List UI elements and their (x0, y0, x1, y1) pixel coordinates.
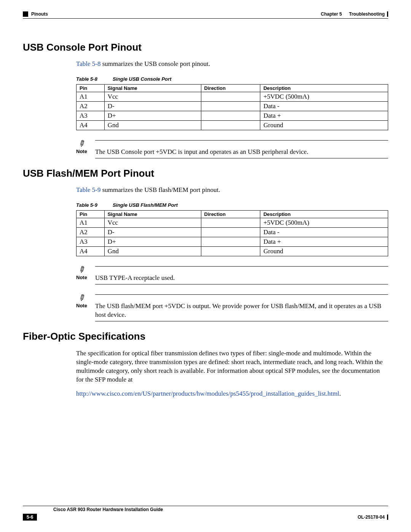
page-header: Pinouts Chapter 5 Troubleshooting (23, 11, 388, 17)
cell-direction (201, 237, 260, 246)
footer-rule (23, 506, 388, 506)
cell-signal: D- (104, 102, 201, 111)
table-row: A3D+Data + (76, 111, 388, 121)
caption-prefix-5-9: Table 5-9 (76, 202, 97, 208)
cell-description: +5VDC (500mA) (260, 218, 388, 227)
table-row: A1Vcc+5VDC (500mA) (76, 92, 388, 102)
cell-direction (201, 227, 260, 237)
cell-pin: A3 (76, 237, 105, 246)
cell-description: Data + (260, 237, 388, 246)
table-usb-flash: Pin Signal Name Direction Description A1… (76, 210, 388, 256)
table-usb-console: Pin Signal Name Direction Description A1… (76, 84, 388, 130)
col-direction: Direction (201, 85, 260, 92)
col-signal: Signal Name (104, 210, 201, 218)
table-ref-5-9[interactable]: Table 5-9 (76, 186, 100, 193)
note-usb-flash-2: ✎ Note The USB flash/MEM port +5VDC is o… (76, 294, 388, 321)
cell-direction (201, 111, 260, 121)
col-pin: Pin (76, 210, 105, 218)
footer-bar-icon (387, 514, 388, 520)
note-usb-console: ✎ Note The USB Console port +5VDC is inp… (76, 139, 388, 158)
table-row: A1Vcc+5VDC (500mA) (76, 218, 388, 227)
note-text: The USB flash/MEM port +5VDC is output. … (95, 302, 388, 320)
cell-pin: A3 (76, 111, 105, 121)
note-rule-bottom (95, 284, 388, 284)
cell-description: Ground (260, 121, 388, 130)
cell-signal: Vcc (104, 218, 201, 227)
note-rule-top (95, 294, 388, 295)
table-ref-5-8[interactable]: Table 5-8 (76, 60, 100, 67)
fiber-paragraph: The specification for optical fiber tran… (76, 349, 388, 384)
col-direction: Direction (201, 210, 260, 218)
heading-usb-flash: USB Flash/MEM Port Pinout (23, 168, 388, 179)
cell-pin: A2 (76, 227, 105, 237)
note-usb-flash-1: ✎ Note USB TYPE-A receptacle used. (76, 265, 388, 284)
cell-signal: D- (104, 227, 201, 237)
table-header-row: Pin Signal Name Direction Description (76, 85, 388, 92)
cell-description: +5VDC (500mA) (260, 92, 388, 102)
note-text: The USB Console port +5VDC is input and … (95, 148, 388, 157)
col-description: Description (260, 85, 388, 92)
cell-signal: D+ (104, 111, 201, 121)
fiber-url-link[interactable]: http://www.cisco.com/en/US/partner/produ… (76, 390, 339, 397)
header-rule (23, 18, 388, 19)
cell-description: Data - (260, 227, 388, 237)
cell-pin: A4 (76, 121, 105, 130)
cell-description: Data - (260, 102, 388, 111)
header-chapter-label: Chapter 5 (321, 11, 342, 17)
cell-pin: A1 (76, 218, 105, 227)
heading-fiber-optic: Fiber-Optic Specifications (23, 331, 388, 342)
note-rule-bottom (95, 321, 388, 321)
footer-guide-title: Cisco ASR 903 Router Hardware Installati… (53, 507, 388, 512)
table-row: A2D-Data - (76, 102, 388, 111)
cell-signal: Gnd (104, 246, 201, 256)
pencil-icon: ✎ (78, 264, 88, 275)
cell-signal: Gnd (104, 121, 201, 130)
intro-usb-console: Table 5-8 summarizes the USB console por… (76, 60, 388, 68)
caption-table-5-8: Table 5-8Single USB Console Port (76, 76, 388, 82)
header-square-icon (23, 11, 28, 17)
cell-direction (201, 102, 260, 111)
col-description: Description (260, 210, 388, 218)
heading-usb-console: USB Console Port Pinout (23, 42, 388, 53)
cell-direction (201, 246, 260, 256)
cell-direction (201, 92, 260, 102)
table-row: A3D+Data + (76, 237, 388, 246)
intro-usb-flash: Table 5-9 summarizes the USB flash/MEM p… (76, 186, 388, 194)
intro-usb-flash-rest: summarizes the USB flash/MEM port pinout… (100, 186, 220, 193)
col-signal: Signal Name (104, 85, 201, 92)
footer-doc-id: OL-25178-04 (358, 514, 385, 520)
table-row: A4GndGround (76, 121, 388, 130)
caption-prefix-5-8: Table 5-8 (76, 76, 97, 82)
caption-table-5-9: Table 5-9Single USB Flash/MEM Port (76, 202, 388, 208)
header-section-label: Pinouts (31, 11, 48, 17)
table-row: A4GndGround (76, 246, 388, 256)
cell-signal: Vcc (104, 92, 201, 102)
fiber-url-period: . (339, 390, 341, 397)
page-number-badge: 5-6 (23, 514, 37, 521)
cell-direction (201, 121, 260, 130)
caption-title-5-9: Single USB Flash/MEM Port (113, 202, 178, 208)
note-rule-bottom (95, 158, 388, 158)
header-bar-icon (387, 11, 388, 17)
table-row: A2D-Data - (76, 227, 388, 237)
col-pin: Pin (76, 85, 105, 92)
intro-usb-console-rest: summarizes the USB console port pinout. (100, 60, 210, 67)
cell-description: Ground (260, 246, 388, 256)
caption-title-5-8: Single USB Console Port (113, 76, 172, 82)
pencil-icon: ✎ (78, 292, 88, 303)
page-footer: Cisco ASR 903 Router Hardware Installati… (23, 506, 388, 521)
cell-pin: A4 (76, 246, 105, 256)
pencil-icon: ✎ (78, 138, 88, 149)
cell-direction (201, 218, 260, 227)
header-chapter-title: Troubleshooting (349, 11, 385, 17)
cell-pin: A2 (76, 102, 105, 111)
note-text: USB TYPE-A receptacle used. (95, 274, 388, 283)
note-rule-top (95, 140, 388, 141)
table-header-row: Pin Signal Name Direction Description (76, 210, 388, 218)
cell-description: Data + (260, 111, 388, 121)
cell-signal: D+ (104, 237, 201, 246)
cell-pin: A1 (76, 92, 105, 102)
note-rule-top (95, 266, 388, 267)
